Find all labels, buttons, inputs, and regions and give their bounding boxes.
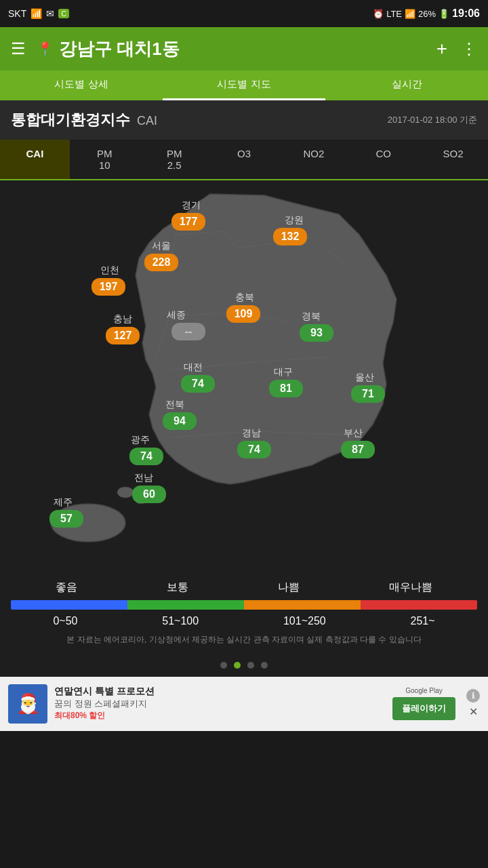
legend-bar-orange: [244, 600, 361, 610]
header-title: 📍 강남구 대치1동: [37, 37, 180, 61]
chungbuk-badge: 109: [226, 305, 260, 323]
legend-range-good: 0~50: [53, 615, 77, 627]
message-icon: ✉: [46, 8, 54, 19]
index-tab-co[interactable]: CO: [348, 140, 418, 179]
gyeongbuk-badge: 93: [300, 324, 333, 342]
gangwon-label: 강원: [285, 214, 304, 226]
more-button[interactable]: ⋮: [461, 39, 477, 58]
daegu-label: 대구: [274, 366, 293, 378]
svg-point-1: [117, 487, 134, 498]
header-left: ☰ 📍 강남구 대치1동: [11, 37, 180, 61]
tab-sido-detail-label: 시도별 상세: [54, 78, 108, 91]
dot-1[interactable]: [220, 662, 227, 669]
content-header: 통합대기환경지수 CAI 2017-01-02 18:00 기준: [0, 100, 488, 140]
gyeonggi-label: 경기: [182, 199, 201, 212]
index-tab-o3[interactable]: O3: [209, 140, 279, 179]
google-play-label: Google Play: [405, 687, 442, 694]
gyeonggi-badge: 177: [171, 213, 205, 231]
jeonnam-label: 전남: [134, 472, 153, 484]
legend-label-good: 좋음: [56, 580, 77, 595]
legend-note: 본 자료는 에어코리아, 기상청에서 제공하는 실시간 관측 자료이며 실제 측…: [11, 634, 477, 646]
chungnam-label: 충남: [113, 313, 132, 326]
tab-sido-map[interactable]: 시도별 지도: [163, 71, 325, 100]
busan-badge: 87: [341, 441, 375, 458]
daejeon-badge: 74: [181, 375, 215, 393]
jeju-label: 제주: [54, 496, 73, 509]
dot-2[interactable]: [234, 662, 241, 669]
ad-banner[interactable]: 🎅 연말연시 특별 프로모션 꿈의 정원 스페셜패키지 최대80% 할인 Goo…: [0, 677, 488, 731]
gangwon-badge: 132: [273, 228, 307, 245]
add-button[interactable]: +: [436, 38, 447, 60]
legend-bar-red: [361, 600, 477, 610]
jeonnam-badge: 60: [132, 486, 166, 503]
page-dots: [0, 654, 488, 677]
tab-realtime-label: 실시간: [392, 78, 422, 91]
time-label: 19:06: [452, 7, 480, 20]
content-subtitle: CAI: [137, 114, 157, 128]
legend-range-bad: 101~250: [283, 615, 326, 627]
jeonbuk-badge: 94: [163, 412, 197, 430]
ad-close-button[interactable]: ✕: [466, 705, 480, 719]
signal-icon: 📶: [405, 9, 415, 19]
gwangju-label: 광주: [131, 434, 150, 446]
cafe-icon: C: [58, 9, 69, 18]
legend-labels: 좋음 보통 나쁨 매우나쁨: [11, 580, 477, 595]
content-title: 통합대기환경지수: [11, 110, 130, 130]
daejeon-label: 대전: [184, 361, 203, 374]
menu-icon[interactable]: ☰: [11, 39, 26, 58]
dot-3[interactable]: [247, 662, 254, 669]
legend-bar: [11, 600, 477, 610]
legend-ranges: 0~50 51~100 101~250 251~: [11, 615, 477, 627]
ad-play-button[interactable]: 플레이하기: [392, 697, 455, 720]
jeonbuk-label: 전북: [165, 399, 184, 411]
incheon-badge: 197: [92, 278, 125, 296]
tab-sido-detail[interactable]: 시도별 상세: [0, 71, 163, 100]
legend-label-normal: 보통: [167, 580, 188, 595]
legend-label-very-bad: 매우나쁨: [389, 580, 432, 595]
legend-range-normal: 51~100: [162, 615, 199, 627]
ulsan-label: 울산: [355, 372, 374, 384]
chungbuk-label: 충북: [235, 292, 254, 304]
busan-label: 부산: [344, 427, 363, 439]
location-text: 강남구 대치1동: [59, 37, 180, 61]
legend-bar-blue: [11, 600, 127, 610]
ad-google-play[interactable]: Google Play 플레이하기: [392, 687, 455, 720]
seoul-badge: 228: [144, 254, 178, 271]
index-tab-so2[interactable]: SO2: [418, 140, 488, 179]
sejong-badge: --: [171, 323, 205, 340]
ad-text: 연말연시 특별 프로모션 꿈의 정원 스페셜패키지 최대80% 할인: [54, 686, 386, 722]
gyeongnam-label: 경남: [242, 427, 261, 439]
app-header: ☰ 📍 강남구 대치1동 + ⋮: [0, 27, 488, 71]
index-tab-pm25[interactable]: PM2.5: [140, 140, 209, 179]
ad-info-button[interactable]: ℹ: [466, 689, 480, 703]
incheon-label: 인천: [100, 264, 119, 277]
lte-label: LTE: [386, 9, 402, 19]
content-date: 2017-01-02 18:00 기준: [388, 114, 477, 126]
legend-range-very-bad: 251~: [411, 615, 435, 627]
sejong-label: 세종: [167, 309, 186, 321]
ad-tag: 최대80% 할인: [54, 710, 386, 722]
ad-title: 연말연시 특별 프로모션: [54, 686, 386, 698]
seoul-label: 서울: [152, 240, 171, 252]
gyeongbuk-label: 경북: [302, 311, 321, 323]
alarm-icon: ⏰: [373, 9, 384, 19]
battery-label: 26%: [418, 9, 436, 19]
gwangju-badge: 74: [129, 448, 163, 465]
main-tab-bar: 시도별 상세 시도별 지도 실시간: [0, 71, 488, 100]
tab-sido-map-label: 시도별 지도: [217, 78, 270, 91]
status-right: ⏰ LTE 📶 26% 🔋 19:06: [373, 7, 480, 20]
ad-avatar: 🎅: [8, 684, 47, 724]
index-tab-pm10[interactable]: PM10: [70, 140, 140, 179]
index-tab-no2[interactable]: NO2: [279, 140, 348, 179]
legend-label-bad: 나쁨: [278, 580, 300, 595]
index-tab-bar: CAI PM10 PM2.5 O3 NO2 CO SO2: [0, 140, 488, 180]
index-tab-cai[interactable]: CAI: [0, 140, 70, 179]
location-icon: 📍: [37, 41, 54, 57]
tab-realtime[interactable]: 실시간: [325, 71, 488, 100]
ulsan-badge: 71: [351, 385, 385, 403]
legend-bar-green: [127, 600, 244, 610]
dot-4[interactable]: [261, 662, 268, 669]
status-left: SKT 📶 ✉ C: [8, 8, 69, 19]
status-bar: SKT 📶 ✉ C ⏰ LTE 📶 26% 🔋 19:06: [0, 0, 488, 27]
jeju-badge: 57: [49, 510, 83, 528]
